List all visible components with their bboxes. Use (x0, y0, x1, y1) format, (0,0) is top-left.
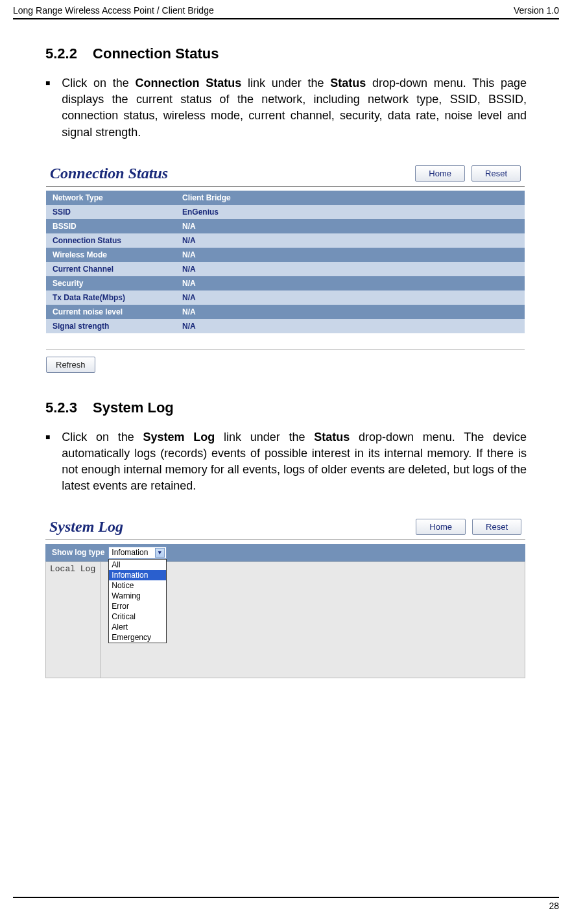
refresh-button[interactable]: Refresh (46, 357, 95, 373)
section-5-2-2-paragraph: ■ Click on the Connection Status link un… (45, 75, 527, 141)
bullet-icon: ■ (45, 429, 50, 495)
dropdown-option[interactable]: Critical (109, 611, 166, 622)
dropdown-options: All Infomation Notice Warning Error Crit… (108, 559, 167, 643)
table-row: Signal strengthN/A (46, 319, 525, 333)
table-row: SSIDEnGenius (46, 205, 525, 219)
connection-status-panel: Connection Status Home Reset Network Typ… (45, 159, 525, 373)
section-5-2-3-paragraph: ■ Click on the System Log link under the… (45, 429, 527, 495)
bullet-icon: ■ (45, 75, 50, 141)
document-header: Long Range Wireless Access Point / Clien… (13, 0, 559, 19)
home-button[interactable]: Home (416, 519, 466, 535)
chevron-down-icon[interactable]: ▾ (155, 548, 165, 558)
table-row: SecurityN/A (46, 276, 525, 290)
dropdown-option[interactable]: Notice (109, 580, 166, 591)
dropdown-option[interactable]: Alert (109, 622, 166, 632)
table-row: Connection StatusN/A (46, 233, 525, 248)
log-left-column: Local Log (45, 562, 101, 678)
header-left: Long Range Wireless Access Point / Clien… (13, 5, 214, 16)
page-number: 28 (549, 901, 559, 911)
document-footer: 28 (13, 897, 559, 911)
table-row: Tx Data Rate(Mbps)N/A (46, 290, 525, 305)
section-5-2-3-heading: 5.2.3 System Log (45, 399, 527, 416)
log-type-label: Show log type (52, 548, 104, 557)
status-table: Network TypeClient Bridge SSIDEnGenius B… (46, 191, 525, 333)
section-5-2-2-heading: 5.2.2 Connection Status (45, 45, 527, 62)
dropdown-option[interactable]: Emergency (109, 632, 166, 643)
dropdown-option[interactable]: All (109, 560, 166, 570)
table-row: Current ChannelN/A (46, 262, 525, 276)
panel-title: Connection Status (50, 165, 168, 182)
reset-button[interactable]: Reset (471, 165, 521, 182)
panel-title: System Log (49, 518, 123, 536)
dropdown-option[interactable]: Warning (109, 591, 166, 601)
header-right: Version 1.0 (514, 5, 559, 16)
dropdown-option[interactable]: Error (109, 601, 166, 611)
table-row: Network TypeClient Bridge (46, 191, 525, 205)
table-row: Current noise levelN/A (46, 305, 525, 319)
reset-button[interactable]: Reset (472, 519, 521, 535)
system-log-panel: System Log Home Reset Show log type Info… (45, 513, 525, 678)
log-type-dropdown[interactable]: Infomation ▾ All Infomation Notice Warni… (108, 547, 167, 559)
table-row: BSSIDN/A (46, 219, 525, 233)
table-row: Wireless ModeN/A (46, 248, 525, 262)
dropdown-option[interactable]: Infomation (109, 570, 166, 580)
home-button[interactable]: Home (415, 165, 465, 182)
